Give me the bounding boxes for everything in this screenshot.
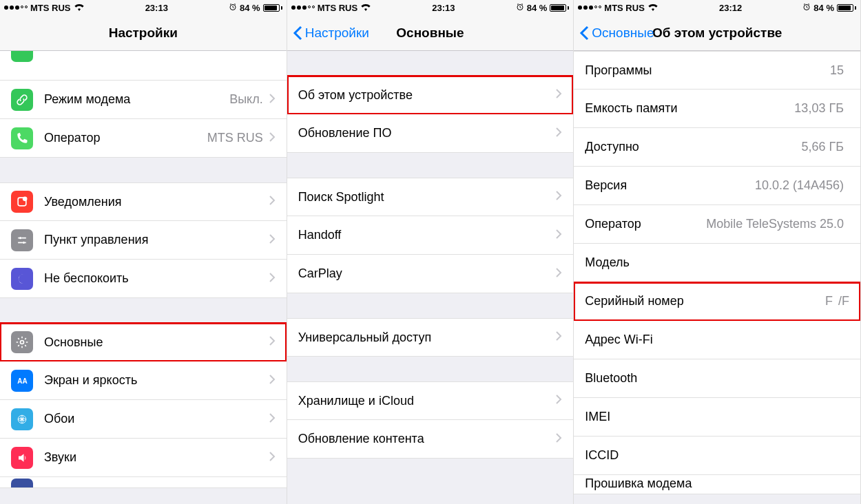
row-label: Универсальный доступ: [298, 330, 556, 345]
background-refresh-row[interactable]: Обновление контента: [287, 420, 574, 459]
control-center-row[interactable]: Пункт управления: [0, 221, 287, 260]
model-row[interactable]: Модель: [574, 244, 860, 282]
moon-icon: [11, 268, 33, 290]
battery-icon: [263, 4, 282, 12]
notifications-row[interactable]: Уведомления: [0, 182, 287, 221]
settings-main-screen: MTS RUS 23:13 84 % Настройки Режим модем…: [0, 0, 287, 504]
row-value: Mobile TeleSystems 25.0: [706, 217, 844, 231]
row-label: Bluetooth: [585, 371, 844, 386]
carplay-row[interactable]: CarPlay: [287, 255, 574, 293]
row-label: Основные: [44, 335, 269, 350]
chevron-right-icon: [555, 394, 562, 408]
row-label: Об этом устройстве: [298, 88, 556, 103]
page-title: Об этом устройстве: [652, 25, 782, 41]
notifications-icon: [11, 191, 33, 213]
control-center-icon: [11, 229, 33, 251]
chevron-right-icon: [269, 335, 276, 349]
back-label: Настройки: [305, 25, 369, 41]
row-label: Программы: [585, 63, 830, 78]
row-label: Режим модема: [44, 92, 229, 107]
list-item[interactable]: [0, 477, 287, 488]
row-value: Выкл.: [229, 92, 263, 107]
version-row[interactable]: Версия 10.0.2 (14A456): [574, 167, 860, 205]
svg-text:AA: AA: [17, 377, 27, 385]
row-label: Обновление ПО: [298, 126, 556, 140]
apps-row[interactable]: Программы 15: [574, 51, 860, 90]
nav-bar: Настройки: [0, 15, 287, 51]
link-icon: [11, 89, 33, 111]
carrier-row[interactable]: Оператор MTS RUS: [0, 119, 287, 158]
chevron-right-icon: [555, 330, 562, 344]
modem-firmware-row[interactable]: Прошивка модема: [574, 475, 860, 494]
svg-point-8: [21, 418, 23, 420]
wifi-address-row[interactable]: Адрес Wi-Fi: [574, 321, 860, 359]
svg-point-5: [21, 341, 24, 344]
serial-row[interactable]: Серийный номер F /F: [574, 282, 860, 321]
row-value: 13,03 ГБ: [794, 101, 844, 116]
general-row[interactable]: Основные: [0, 323, 287, 361]
dnd-row[interactable]: Не беспокоить: [0, 260, 287, 298]
sounds-row[interactable]: Звуки: [0, 439, 287, 477]
wallpaper-row[interactable]: Обои: [0, 400, 287, 439]
capacity-row[interactable]: Емкость памяти 13,03 ГБ: [574, 90, 860, 128]
about-list[interactable]: Программы 15 Емкость памяти 13,03 ГБ Дос…: [574, 51, 860, 504]
accessibility-row[interactable]: Универсальный доступ: [287, 318, 574, 357]
storage-row[interactable]: Хранилище и iCloud: [287, 381, 574, 420]
app-icon: [11, 51, 33, 62]
row-label: Серийный номер: [585, 294, 825, 308]
bluetooth-row[interactable]: Bluetooth: [574, 359, 860, 398]
alarm-icon: [516, 3, 524, 13]
row-label: Модель: [585, 255, 844, 270]
status-time: 23:13: [145, 3, 168, 13]
display-row[interactable]: AA Экран и яркость: [0, 361, 287, 400]
carrier-label: MTS RUS: [604, 3, 645, 13]
svg-point-2: [23, 197, 28, 202]
status-time: 23:13: [432, 3, 455, 13]
battery-icon: [837, 4, 856, 12]
row-label: Звуки: [44, 450, 269, 465]
back-button[interactable]: Основные: [579, 25, 654, 41]
nav-bar: Основные Об этом устройстве: [574, 15, 860, 51]
row-label: Уведомления: [44, 195, 269, 209]
status-time: 23:12: [719, 3, 742, 13]
page-title: Основные: [396, 25, 464, 41]
status-bar: MTS RUS 23:13 84 %: [0, 0, 287, 15]
signal-icon: [291, 6, 315, 10]
row-label: Доступно: [585, 140, 801, 154]
chevron-right-icon: [555, 432, 562, 446]
alarm-icon: [802, 3, 811, 13]
alarm-icon: [229, 3, 237, 13]
available-row[interactable]: Доступно 5,66 ГБ: [574, 128, 860, 167]
imei-row[interactable]: IMEI: [574, 398, 860, 437]
about-row[interactable]: Об этом устройстве: [287, 76, 574, 114]
row-label: Адрес Wi-Fi: [585, 333, 844, 347]
row-label: CarPlay: [298, 266, 556, 281]
carrier-detail-row[interactable]: Оператор Mobile TeleSystems 25.0: [574, 205, 860, 244]
chevron-right-icon: [555, 190, 562, 204]
handoff-row[interactable]: Handoff: [287, 216, 574, 255]
battery-percent: 84 %: [813, 3, 834, 13]
battery-percent: 84 %: [240, 3, 260, 13]
hotspot-row[interactable]: Режим модема Выкл.: [0, 81, 287, 119]
row-label: Оператор: [44, 131, 207, 145]
chevron-right-icon: [555, 267, 562, 281]
back-button[interactable]: Настройки: [293, 25, 369, 41]
svg-point-3: [19, 237, 21, 239]
row-value: F: [825, 294, 833, 308]
status-bar: MTS RUS 23:13 84 %: [287, 0, 574, 15]
row-label: Поиск Spotlight: [298, 190, 556, 204]
chevron-right-icon: [269, 451, 276, 465]
row-value: MTS RUS: [207, 131, 263, 145]
battery-icon: [550, 4, 569, 12]
list-item[interactable]: [0, 51, 287, 81]
software-update-row[interactable]: Обновление ПО: [287, 114, 574, 153]
settings-list[interactable]: Режим модема Выкл. Оператор MTS RUS Увед…: [0, 51, 287, 504]
iccid-row[interactable]: ICCID: [574, 437, 860, 475]
general-screen: MTS RUS 23:13 84 % Настройки Основные Об…: [287, 0, 574, 504]
general-list[interactable]: Об этом устройстве Обновление ПО Поиск S…: [287, 51, 574, 504]
chevron-right-icon: [555, 127, 562, 140]
row-value: 5,66 ГБ: [801, 140, 844, 154]
gear-icon: [11, 331, 33, 353]
signal-icon: [578, 6, 601, 10]
spotlight-row[interactable]: Поиск Spotlight: [287, 178, 574, 216]
